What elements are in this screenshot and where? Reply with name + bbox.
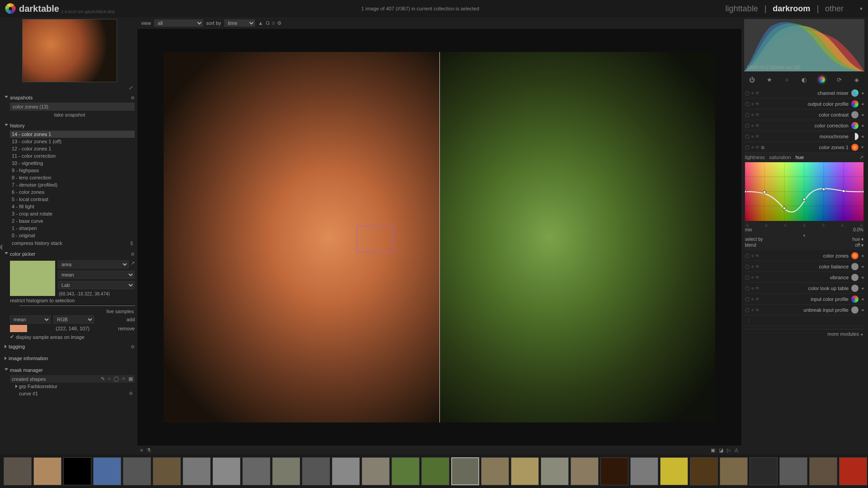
module-multi-icon[interactable]: ≡ — [751, 102, 754, 106]
module-row[interactable]: ◯ ≡ ⟲ unbreak input profile ◂ — [744, 305, 864, 315]
collapse-icon[interactable] — [5, 252, 8, 256]
module-expand-icon[interactable]: ◂ — [861, 101, 863, 106]
filmstrip-thumb[interactable] — [332, 457, 360, 485]
gear-icon[interactable]: ⚙ — [131, 95, 135, 100]
picker-icon[interactable]: ↗ — [131, 260, 135, 268]
picker-mode-select[interactable]: area — [58, 260, 129, 268]
filmstrip-thumb[interactable] — [123, 457, 151, 485]
collapse-icon[interactable] — [5, 96, 8, 100]
module-reset-icon[interactable]: ⟲ — [755, 145, 759, 150]
module-row[interactable]: ◯ ≡ ⟲ channel mixer ◂ — [744, 88, 864, 99]
sort-select[interactable]: time — [224, 19, 255, 27]
module-reset-icon[interactable]: ⟲ — [755, 264, 759, 269]
filmstrip-thumb[interactable] — [720, 457, 748, 485]
module-expand-icon[interactable]: ◂ — [861, 286, 863, 291]
module-reset-icon[interactable]: ⟲ — [755, 91, 759, 95]
histogram[interactable]: 1/640 f/4.0 102mm iso 100 — [744, 19, 864, 71]
sample-stat-select[interactable]: mean — [10, 315, 51, 324]
history-item[interactable]: 14 - color zones 1 — [10, 131, 135, 138]
filmstrip-thumb[interactable] — [750, 457, 778, 485]
module-expand-icon[interactable]: ◂ — [861, 90, 863, 95]
history-item[interactable]: 4 - fill light — [10, 203, 135, 210]
filmstrip-thumb[interactable] — [212, 457, 241, 485]
overexposed-icon[interactable]: ▷ — [727, 447, 731, 453]
gear-icon[interactable]: ⚙ — [129, 391, 133, 396]
cz-tab-saturation[interactable]: saturation — [769, 155, 791, 160]
chevron-down-icon[interactable]: ▼ — [859, 6, 863, 11]
module-multi-icon[interactable]: ≡ — [751, 91, 754, 95]
module-multi-icon[interactable]: ≡ — [751, 286, 754, 291]
module-multi-icon[interactable]: ≡ — [751, 297, 754, 301]
cz-tab-hue[interactable]: hue — [796, 155, 804, 160]
expand-icon[interactable] — [5, 357, 7, 360]
tab-other[interactable]: other — [825, 4, 844, 14]
history-item[interactable]: 13 - color zones 1 (off) — [10, 138, 135, 145]
module-reset-icon[interactable]: ⟲ — [755, 297, 759, 301]
tab-tone-icon[interactable]: ◐ — [799, 75, 809, 84]
module-reset-icon[interactable]: ⟲ — [755, 123, 759, 128]
filmstrip-thumb[interactable] — [93, 457, 121, 485]
history-item[interactable]: 5 - local contrast — [10, 196, 135, 203]
filmstrip-thumb[interactable] — [242, 457, 270, 485]
mask-curve[interactable]: curve #1 — [19, 391, 129, 396]
history-item[interactable]: 12 - color zones 1 — [10, 145, 135, 152]
gear-icon[interactable]: ⚙ — [131, 252, 135, 257]
module-expand-icon[interactable]: ▾ — [861, 145, 863, 150]
module-reset-icon[interactable]: ⟲ — [755, 308, 759, 312]
module-expand-icon[interactable]: ◂ — [861, 264, 863, 269]
history-item[interactable]: 1 - sharpen — [10, 225, 135, 232]
history-item[interactable]: 9 - highpass — [10, 167, 135, 174]
filmstrip-thumb[interactable] — [451, 457, 479, 485]
module-multi-icon[interactable]: ≡ — [751, 275, 754, 280]
module-row[interactable]: ◯ ≡ ⟲ vibrance ◂ — [744, 272, 864, 283]
module-enable-icon[interactable]: ◯ — [745, 145, 750, 150]
circle-icon[interactable]: ○ — [108, 376, 111, 382]
module-row[interactable]: ◯ ≡ ⟲ color correction ◂ — [744, 120, 864, 131]
more-modules-button[interactable]: more modules — [827, 331, 859, 337]
star-icon[interactable]: ☆ — [271, 20, 276, 26]
picker-rect[interactable] — [357, 226, 394, 252]
quick-access-icon[interactable]: ≡ — [140, 447, 143, 453]
compress-history-button[interactable]: compress history stack — [12, 240, 127, 246]
filmstrip-thumb[interactable] — [690, 457, 718, 485]
module-row[interactable]: ◯ ≡ ⟲ ▦ color zones 1 ▾ — [744, 142, 864, 153]
add-sample-button[interactable]: add — [127, 317, 135, 322]
filmstrip-thumb[interactable] — [272, 457, 300, 485]
module-reset-icon[interactable]: ⟲ — [755, 134, 759, 139]
history-item[interactable]: 10 - vignetting — [10, 160, 135, 167]
filmstrip-thumb[interactable] — [541, 457, 569, 485]
filmstrip-thumb[interactable] — [33, 457, 61, 485]
history-item[interactable]: 8 - lens correction — [10, 174, 135, 181]
filmstrip-thumb[interactable] — [839, 457, 867, 485]
picker-stat-select[interactable]: mean — [58, 271, 135, 279]
collapse-icon[interactable] — [5, 124, 8, 128]
module-enable-icon[interactable]: ◯ — [745, 286, 750, 291]
chevron-left-icon[interactable]: ◂ — [860, 332, 863, 337]
cz-tab-lightness[interactable]: lightness — [745, 155, 764, 160]
sample-space-select[interactable]: RGB — [53, 315, 94, 324]
module-multi-icon[interactable]: ≡ — [751, 253, 754, 258]
module-expand-icon[interactable]: ◂ — [861, 134, 863, 139]
module-preset-icon[interactable]: ▦ — [761, 145, 765, 150]
filmstrip-thumb[interactable] — [779, 457, 807, 485]
history-item[interactable]: 0 - original — [10, 232, 135, 239]
blend-value[interactable]: off ▾ — [855, 243, 863, 248]
take-snapshot-button[interactable]: take snapshot — [5, 111, 135, 119]
module-enable-icon[interactable]: ◯ — [745, 275, 750, 280]
snapshot-item[interactable]: color zones (13) — [10, 103, 135, 111]
module-expand-icon[interactable]: ◂ — [861, 112, 863, 117]
expand-icon[interactable] — [5, 345, 7, 348]
module-enable-icon[interactable]: ◯ — [745, 102, 750, 106]
module-expand-icon[interactable]: ◂ — [861, 307, 863, 312]
filmstrip-thumb[interactable] — [630, 457, 658, 485]
module-reset-icon[interactable]: ⟲ — [755, 275, 759, 280]
cz-curve-editor[interactable] — [745, 162, 863, 221]
filmstrip-thumb[interactable] — [63, 457, 91, 485]
pencil-icon[interactable]: ✎ — [101, 376, 105, 382]
picker-space-select[interactable]: Lab — [58, 281, 135, 289]
picker-icon[interactable]: ↗ — [859, 155, 863, 160]
select-by-value[interactable]: hue ▾ — [853, 237, 863, 242]
module-multi-icon[interactable]: ≡ — [751, 145, 754, 150]
split-divider[interactable] — [439, 52, 440, 422]
tab-color-icon[interactable] — [817, 75, 827, 84]
